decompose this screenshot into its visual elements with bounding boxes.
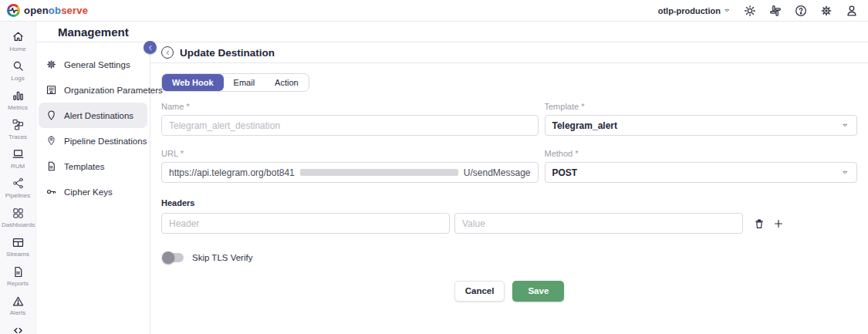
sidebar-item-streams[interactable]: Streams xyxy=(0,233,35,262)
template-field-group: Template * Telegram_alert xyxy=(545,102,858,136)
settings-menu-panel: General Settings Organization Parameters… xyxy=(36,42,150,334)
cancel-button[interactable]: Cancel xyxy=(454,281,505,302)
tab-action[interactable]: Action xyxy=(265,74,309,91)
tab-email[interactable]: Email xyxy=(224,74,265,91)
laptop-icon xyxy=(12,147,25,160)
theme-icon xyxy=(743,4,757,18)
headers-row xyxy=(161,213,857,234)
method-selected-value: POST xyxy=(552,167,578,178)
sidebar-item-traces[interactable]: Traces xyxy=(0,115,35,144)
add-header-button[interactable] xyxy=(772,218,785,230)
help-icon xyxy=(794,4,808,18)
openobserve-logo[interactable]: openobserve xyxy=(7,4,88,17)
menu-item-templates[interactable]: Templates xyxy=(39,154,147,179)
sidebar-item-rum[interactable]: RUM xyxy=(0,144,35,174)
skip-tls-row: Skip TLS Verify xyxy=(163,253,857,262)
toggle-thumb xyxy=(162,251,174,264)
url-field-group: URL * https://api.telegram.org/bot841 U/… xyxy=(161,149,539,183)
top-bar-controls: otlp-production xyxy=(658,4,859,18)
menu-item-alert-destinations[interactable]: Alert Destinations xyxy=(39,103,147,128)
top-bar: openobserve otlp-production xyxy=(0,0,868,22)
tab-web-hook[interactable]: Web Hook xyxy=(162,74,224,91)
delete-header-button[interactable] xyxy=(753,218,765,230)
chevron-down-icon xyxy=(723,6,731,15)
home-icon xyxy=(12,30,25,43)
chevron-left-icon xyxy=(164,49,171,56)
document-icon xyxy=(12,265,25,278)
url-prefix: https://api.telegram.org/bot841 xyxy=(169,167,295,178)
chevron-down-icon xyxy=(841,168,849,177)
headers-section: Headers xyxy=(161,198,857,234)
template-select[interactable]: Telegram_alert xyxy=(545,115,858,136)
method-field-group: Method * POST xyxy=(545,149,858,183)
table-icon xyxy=(12,236,25,249)
chevron-left-icon xyxy=(147,44,154,52)
save-button[interactable]: Save xyxy=(512,281,564,302)
sidebar-item-logs[interactable]: Logs xyxy=(0,56,35,86)
location-pin-icon xyxy=(46,110,57,121)
sidebar-item-alerts[interactable]: Alerts xyxy=(0,292,35,321)
form-actions: Cancel Save xyxy=(150,281,868,302)
slack-button[interactable] xyxy=(768,4,782,18)
method-select[interactable]: POST xyxy=(545,162,858,183)
openobserve-wordmark: openobserve xyxy=(24,5,88,15)
redacted-token xyxy=(300,169,458,176)
dashboard-icon xyxy=(12,207,25,220)
menu-item-cipher-keys[interactable]: Cipher Keys xyxy=(39,179,147,204)
skip-tls-label: Skip TLS Verify xyxy=(192,253,252,262)
back-button[interactable] xyxy=(161,46,174,59)
profile-icon xyxy=(845,4,859,18)
organization-selector[interactable]: otlp-production xyxy=(658,6,731,15)
update-destination-view: Update Destination Web Hook Email Action… xyxy=(150,42,868,334)
method-label: Method * xyxy=(545,149,858,158)
name-label: Name * xyxy=(161,102,539,111)
destination-form: Name * Template * Telegram_alert URL * h… xyxy=(161,102,857,196)
template-label: Template * xyxy=(545,102,858,111)
sidebar-item-dashboards[interactable]: Dashboards xyxy=(0,204,35,233)
openobserve-logo-icon xyxy=(7,4,20,17)
page-header: Management xyxy=(36,22,868,42)
warning-icon xyxy=(12,295,25,308)
theme-toggle-button[interactable] xyxy=(743,4,757,18)
headers-label: Headers xyxy=(161,198,857,207)
menu-item-organization-parameters[interactable]: Organization Parameters xyxy=(39,77,147,103)
help-button[interactable] xyxy=(794,4,808,18)
template-selected-value: Telegram_alert xyxy=(552,120,618,131)
header-value-input[interactable] xyxy=(454,213,743,234)
trash-icon xyxy=(753,218,765,230)
bar-chart-icon xyxy=(12,89,25,102)
menu-item-general-settings[interactable]: General Settings xyxy=(39,52,147,77)
chevron-down-icon xyxy=(841,121,849,130)
panel-collapse-button[interactable] xyxy=(144,41,157,54)
sidebar-item-actions[interactable]: Actions xyxy=(0,321,35,334)
share-icon xyxy=(12,177,25,190)
settings-button[interactable] xyxy=(819,4,833,18)
pin-lines-icon xyxy=(46,135,57,147)
search-icon xyxy=(12,59,25,73)
sidebar-item-metrics[interactable]: Metrics xyxy=(0,86,35,115)
building-icon xyxy=(46,84,57,96)
slack-icon xyxy=(768,4,782,18)
url-label: URL * xyxy=(161,149,539,158)
profile-button[interactable] xyxy=(845,4,859,18)
content-title: Update Destination xyxy=(180,47,275,59)
header-key-input[interactable] xyxy=(161,213,450,234)
sidebar-item-pipelines[interactable]: Pipelines xyxy=(0,174,35,203)
traces-icon xyxy=(12,118,25,131)
menu-item-pipeline-destinations[interactable]: Pipeline Destinations xyxy=(39,128,147,154)
sidebar-item-reports[interactable]: Reports xyxy=(0,262,35,292)
code-icon xyxy=(12,324,25,334)
destination-type-tabs: Web Hook Email Action xyxy=(161,73,309,92)
name-field-group: Name * xyxy=(161,102,539,136)
gear-icon xyxy=(46,59,57,70)
settings-icon xyxy=(819,4,833,18)
content-header: Update Destination xyxy=(150,42,868,63)
page-title: Management xyxy=(58,25,129,39)
url-suffix: U/sendMessage xyxy=(464,167,531,178)
url-input[interactable]: https://api.telegram.org/bot841 U/sendMe… xyxy=(161,162,539,183)
key-icon xyxy=(46,186,57,197)
name-input[interactable] xyxy=(161,115,539,136)
organization-name: otlp-production xyxy=(658,6,721,15)
skip-tls-toggle[interactable] xyxy=(163,253,184,262)
sidebar-item-home[interactable]: Home xyxy=(0,27,35,56)
